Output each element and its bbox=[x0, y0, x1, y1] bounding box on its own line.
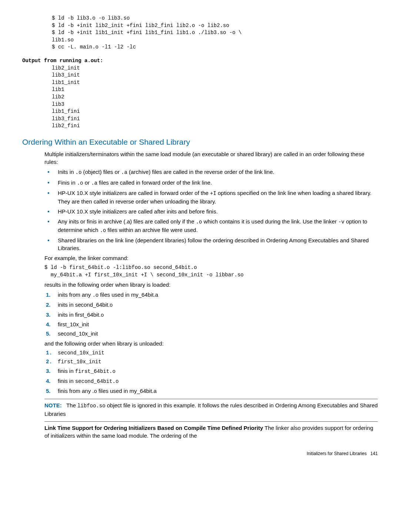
footer-text: Initializers for Shared Libraries bbox=[307, 451, 367, 456]
bullet-list: Inits in .o (object) files or .a (archiv… bbox=[44, 168, 378, 252]
bullet-text: HP-UX 10.X style initializers are called… bbox=[58, 190, 371, 205]
list-item: finis in second_64bit.o bbox=[44, 377, 378, 385]
code-text: first_64bit.o bbox=[75, 368, 116, 374]
bullet-text: Finis in .o or .a files are called in fo… bbox=[58, 179, 212, 186]
code-block-commands: $ ld -b lib3.o -o lib3.so $ ld -b +init … bbox=[52, 15, 378, 51]
divider bbox=[44, 399, 378, 399]
list-item: first_10x_init bbox=[44, 320, 378, 328]
section-heading: Ordering Within an Executable or Shared … bbox=[22, 137, 378, 147]
note-label: NOTE: bbox=[44, 402, 62, 408]
subhead-paragraph: Link Time Support for Ordering Initializ… bbox=[44, 424, 378, 440]
list-item: inits in first_64bit.o bbox=[44, 311, 378, 319]
text: finis in bbox=[58, 378, 75, 384]
list-item: inits from any .o files used in my_64bit… bbox=[44, 291, 378, 299]
unloaded-intro: and the following order when library is … bbox=[44, 340, 378, 347]
loaded-intro: results in the following order when libr… bbox=[44, 281, 378, 289]
list-item: HP-UX 10.X style initializers are called… bbox=[44, 189, 378, 205]
list-item: finis in first_64bit.o bbox=[44, 367, 378, 376]
page-number: 141 bbox=[370, 451, 378, 456]
bullet-text: Any inits or finis in archive (.a) files… bbox=[58, 218, 367, 233]
list-item: finis from any .o files used in my_64bit… bbox=[44, 387, 378, 395]
list-item: second_10x_init bbox=[44, 350, 378, 357]
list-item: Shared libraries on the link line (depen… bbox=[44, 236, 378, 252]
text: finis in bbox=[58, 368, 75, 374]
intro-paragraph: Multiple initializers/terminators within… bbox=[44, 150, 378, 166]
unloaded-list: second_10x_init first_10x_init finis in … bbox=[44, 350, 378, 395]
page-footer: Initializers for Shared Libraries 141 bbox=[22, 451, 378, 457]
list-item: second_10x_init bbox=[44, 330, 378, 337]
note-block: NOTE: The libfoo.so object file is ignor… bbox=[44, 401, 378, 418]
example-intro: For example, the linker command: bbox=[44, 254, 378, 262]
list-item: HP-UX 10.X style initializers are called… bbox=[44, 208, 378, 215]
list-item: Any inits or finis in archive (.a) files… bbox=[44, 218, 378, 234]
list-item: first_10x_init bbox=[44, 358, 378, 366]
list-item: Finis in .o or .a files are called in fo… bbox=[44, 179, 378, 187]
subhead-bold: Link Time Support for Ordering Initializ… bbox=[44, 425, 263, 431]
output-label: Output from running a.out: bbox=[22, 58, 103, 64]
code-text: second_64bit.o bbox=[75, 378, 119, 384]
note-text-pre: The bbox=[66, 402, 77, 408]
loaded-list: inits from any .o files used in my_64bit… bbox=[44, 291, 378, 337]
code-block-example: $ ld -b first_64bit.o -l:libfoo.so secon… bbox=[44, 264, 378, 279]
list-item: Inits in .o (object) files or .a (archiv… bbox=[44, 168, 378, 176]
code-block-output: lib2_init lib3_init lib1_init lib1 lib2 … bbox=[52, 65, 378, 130]
note-code: libfoo.so bbox=[77, 403, 106, 409]
bullet-text: Inits in .o (object) files or .a (archiv… bbox=[58, 169, 274, 175]
list-item: inits in second_64bit.o bbox=[44, 301, 378, 309]
divider bbox=[44, 421, 378, 422]
